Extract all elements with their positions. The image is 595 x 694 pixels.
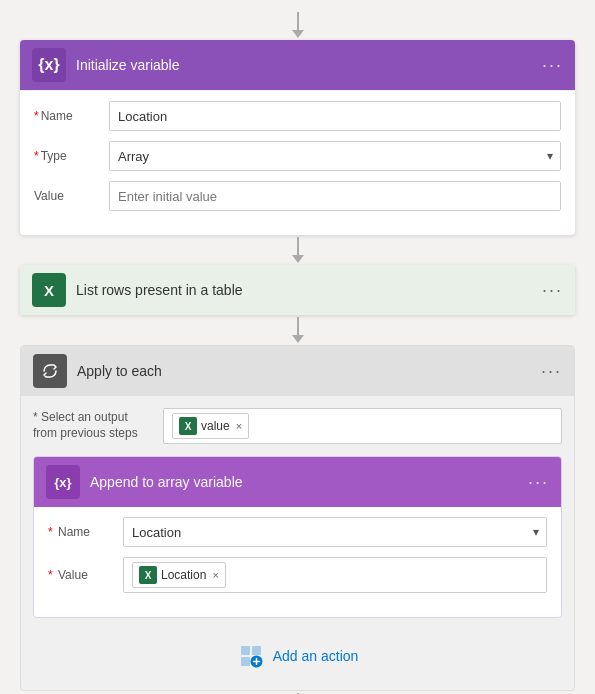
type-required-star: * xyxy=(34,149,39,163)
type-select[interactable]: Array String Integer Boolean Object Floa… xyxy=(109,141,561,171)
select-output-label: * Select an output from previous steps xyxy=(33,410,153,441)
value-chip-icon: X xyxy=(179,417,197,435)
type-row: *Type Array String Integer Boolean Objec… xyxy=(34,141,561,171)
add-action-button[interactable]: Add an action xyxy=(237,642,359,670)
name-input[interactable] xyxy=(109,101,561,131)
append-to-array-menu[interactable]: ··· xyxy=(528,473,549,491)
append-to-array-container: {x} Append to array variable ··· * Name … xyxy=(33,456,562,618)
select-output-input[interactable]: X value × xyxy=(163,408,562,444)
location-chip: X Location × xyxy=(132,562,226,588)
apply-to-each-header: Apply to each ··· xyxy=(21,346,574,396)
value-chip-close[interactable]: × xyxy=(236,420,242,432)
append-name-select-wrapper: Location ▾ xyxy=(123,517,547,547)
append-to-array-body: * Name Location ▾ * Value xyxy=(34,507,561,617)
svg-rect-0 xyxy=(241,646,250,655)
arrow-down-2 xyxy=(292,335,304,343)
name-required-star: * xyxy=(34,109,39,123)
flow-container: {x} Initialize variable ··· *Name *Type xyxy=(0,0,595,694)
append-to-array-header: {x} Append to array variable ··· xyxy=(34,457,561,507)
connector-line-2 xyxy=(297,317,299,335)
type-label: *Type xyxy=(34,149,99,163)
append-name-select[interactable]: Location xyxy=(123,517,547,547)
value-label: Value xyxy=(34,189,99,203)
value-chip: X value × xyxy=(172,413,249,439)
apply-to-each-icon xyxy=(33,354,67,388)
append-name-label: * Name xyxy=(48,525,113,539)
top-connector xyxy=(292,12,304,38)
init-variable-icon: {x} xyxy=(32,48,66,82)
append-icon-label: {x} xyxy=(54,475,71,490)
add-action-icon xyxy=(237,642,265,670)
arrow-down xyxy=(292,30,304,38)
apply-each-loop-icon xyxy=(41,362,59,380)
add-action-container: Add an action xyxy=(33,634,562,678)
list-rows-icon: X xyxy=(32,273,66,307)
add-action-svg-icon xyxy=(237,642,265,670)
append-value-input[interactable]: X Location × xyxy=(123,557,547,593)
arrow-down-1 xyxy=(292,255,304,263)
list-rows-title: List rows present in a table xyxy=(76,282,532,298)
list-rows-icon-label: X xyxy=(44,282,54,299)
init-variable-header: {x} Initialize variable ··· xyxy=(20,40,575,90)
connector-line xyxy=(297,12,299,30)
type-select-wrapper: Array String Integer Boolean Object Floa… xyxy=(109,141,561,171)
list-rows-header: X List rows present in a table ··· xyxy=(20,265,575,315)
init-variable-card: {x} Initialize variable ··· *Name *Type xyxy=(20,40,575,235)
add-action-label: Add an action xyxy=(273,648,359,664)
append-to-array-title: Append to array variable xyxy=(90,474,518,490)
list-rows-menu[interactable]: ··· xyxy=(542,281,563,299)
append-value-row: * Value X Location × xyxy=(48,557,547,593)
location-chip-text: Location xyxy=(161,568,206,582)
list-rows-card: X List rows present in a table ··· xyxy=(20,265,575,315)
connector-2 xyxy=(292,317,304,343)
svg-rect-1 xyxy=(252,646,261,655)
svg-rect-2 xyxy=(241,657,250,666)
value-row: Value xyxy=(34,181,561,211)
name-row: *Name xyxy=(34,101,561,131)
init-variable-icon-label: {x} xyxy=(38,56,59,74)
location-chip-icon: X xyxy=(139,566,157,584)
value-input[interactable] xyxy=(109,181,561,211)
append-to-array-icon: {x} xyxy=(46,465,80,499)
apply-to-each-container: Apply to each ··· * Select an output fro… xyxy=(20,345,575,691)
init-variable-body: *Name *Type Array String Integer Boolean… xyxy=(20,90,575,235)
init-variable-title: Initialize variable xyxy=(76,57,532,73)
append-value-label: * Value xyxy=(48,568,113,582)
select-output-row: * Select an output from previous steps X… xyxy=(33,408,562,444)
location-chip-close[interactable]: × xyxy=(212,569,218,581)
connector-1 xyxy=(292,237,304,263)
append-name-row: * Name Location ▾ xyxy=(48,517,547,547)
apply-to-each-body: * Select an output from previous steps X… xyxy=(21,396,574,690)
connector-line-1 xyxy=(297,237,299,255)
name-label: *Name xyxy=(34,109,99,123)
value-chip-text: value xyxy=(201,419,230,433)
init-variable-menu[interactable]: ··· xyxy=(542,56,563,74)
apply-to-each-menu[interactable]: ··· xyxy=(541,362,562,380)
apply-to-each-title: Apply to each xyxy=(77,363,531,379)
